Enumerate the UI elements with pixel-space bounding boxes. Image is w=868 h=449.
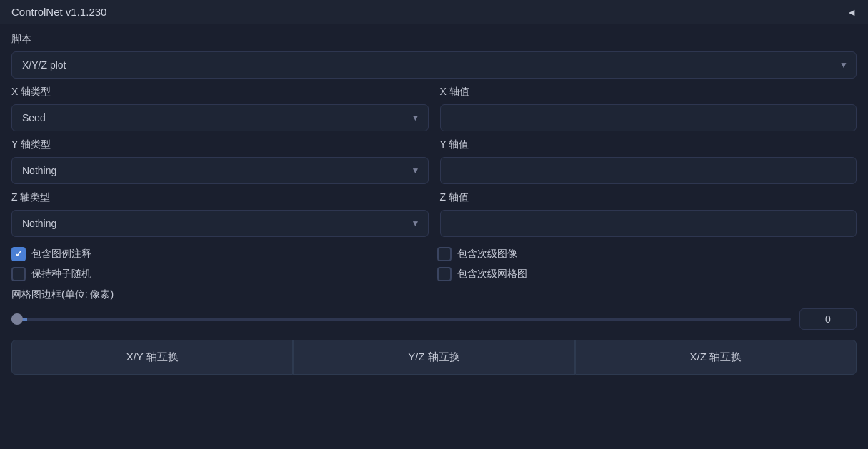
keep-seed-label: 保持种子随机	[31, 268, 91, 281]
y-axis-type-col: Y 轴类型 Nothing ▼	[11, 138, 429, 184]
x-axis-type-dropdown[interactable]: Seed	[11, 104, 429, 131]
include-sub-images-checkbox[interactable]	[437, 247, 452, 261]
action-buttons-row: X/Y 轴互换 Y/Z 轴互换 X/Z 轴互换	[11, 340, 857, 375]
include-sub-grid-item[interactable]: 包含次级网格图	[437, 267, 857, 281]
z-axis-type-dropdown-container: Nothing ▼	[11, 210, 429, 237]
checkboxes-section: 包含图例注释 包含次级图像 保持种子随机 包含次级网格图	[11, 247, 857, 281]
y-axis-row: Y 轴类型 Nothing ▼ Y 轴值	[11, 138, 857, 184]
z-axis-type-label: Z 轴类型	[11, 191, 429, 204]
app-title: ControlNet v1.1.230	[11, 6, 106, 18]
include-sub-grid-checkbox[interactable]	[437, 267, 452, 281]
x-axis-type-col: X 轴类型 Seed ▼	[11, 86, 429, 131]
swap-xz-button[interactable]: X/Z 轴互换	[575, 340, 857, 375]
grid-border-value: 0	[799, 308, 857, 330]
grid-border-slider[interactable]	[11, 318, 791, 321]
x-axis-value-input[interactable]	[440, 104, 857, 131]
x-axis-value-col: X 轴值	[440, 86, 857, 131]
y-axis-type-label: Y 轴类型	[11, 138, 429, 151]
include-legend-checkbox[interactable]	[11, 247, 26, 261]
z-axis-value-input[interactable]	[440, 210, 857, 237]
z-axis-value-col: Z 轴值	[440, 191, 857, 237]
grid-border-section: 网格图边框(单位: 像素) 0	[11, 288, 857, 330]
swap-yz-button[interactable]: Y/Z 轴互换	[293, 340, 574, 375]
include-sub-images-item[interactable]: 包含次级图像	[437, 247, 857, 261]
swap-xy-button[interactable]: X/Y 轴互换	[11, 340, 293, 375]
include-sub-images-label: 包含次级图像	[457, 248, 517, 261]
script-dropdown-container: X/Y/Z plot ▼	[11, 51, 857, 79]
y-axis-type-dropdown[interactable]: Nothing	[11, 157, 429, 184]
grid-border-label: 网格图边框(单位: 像素)	[11, 288, 857, 301]
include-sub-grid-label: 包含次级网格图	[457, 268, 527, 281]
x-axis-type-dropdown-container: Seed ▼	[11, 104, 429, 131]
z-axis-type-col: Z 轴类型 Nothing ▼	[11, 191, 429, 237]
keep-seed-checkbox[interactable]	[11, 267, 26, 281]
x-axis-type-label: X 轴类型	[11, 86, 429, 99]
main-content: 脚本 X/Y/Z plot ▼ X 轴类型 Seed ▼ X 轴值	[0, 24, 868, 383]
script-section: 脚本 X/Y/Z plot ▼	[11, 33, 857, 79]
y-axis-value-col: Y 轴值	[440, 138, 857, 184]
collapse-icon[interactable]: ◄	[847, 6, 857, 18]
x-axis-row: X 轴类型 Seed ▼ X 轴值	[11, 86, 857, 131]
include-legend-item[interactable]: 包含图例注释	[11, 247, 431, 261]
script-label: 脚本	[11, 33, 857, 46]
include-legend-label: 包含图例注释	[31, 248, 91, 261]
script-dropdown[interactable]: X/Y/Z plot	[11, 51, 857, 79]
x-axis-value-label: X 轴值	[440, 86, 857, 99]
y-axis-value-label: Y 轴值	[440, 138, 857, 151]
app-container: ControlNet v1.1.230 ◄ 脚本 X/Y/Z plot ▼ X …	[0, 0, 868, 449]
title-bar: ControlNet v1.1.230 ◄	[0, 0, 868, 24]
z-axis-row: Z 轴类型 Nothing ▼ Z 轴值	[11, 191, 857, 237]
y-axis-type-dropdown-container: Nothing ▼	[11, 157, 429, 184]
keep-seed-item[interactable]: 保持种子随机	[11, 267, 431, 281]
z-axis-value-label: Z 轴值	[440, 191, 857, 204]
slider-row: 0	[11, 308, 857, 330]
y-axis-value-input[interactable]	[440, 157, 857, 184]
z-axis-type-dropdown[interactable]: Nothing	[11, 210, 429, 237]
